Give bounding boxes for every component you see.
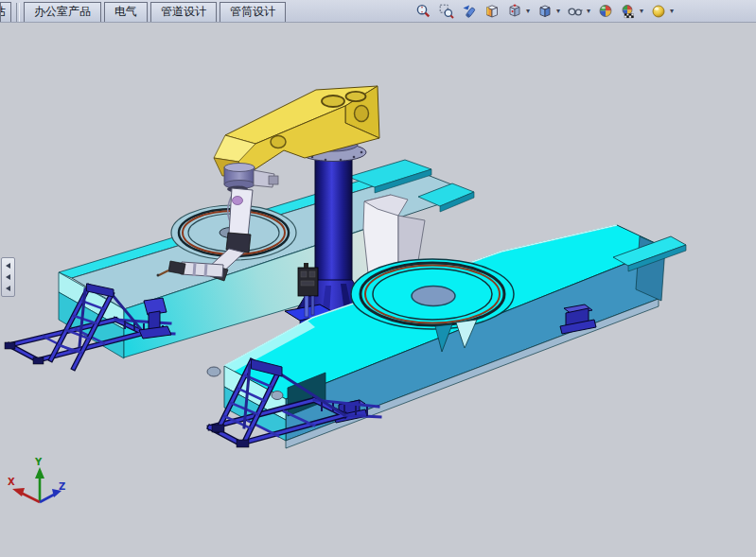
cad-application-window: X Y Z 估 办公室产品 电气 管道设计 管筒设计 <box>0 0 756 557</box>
boom-front-hole[interactable] <box>271 136 286 148</box>
heads-up-view-toolbar: ▾ ▾ ▾ <box>414 1 676 21</box>
axis-y-label: Y <box>34 457 43 467</box>
beam-front-lug-b[interactable] <box>272 392 283 400</box>
boom-top-hole-b[interactable] <box>346 92 366 101</box>
display-style-icon[interactable] <box>536 2 554 21</box>
arm-upper-segment[interactable] <box>229 188 253 236</box>
zoom-to-area-icon[interactable] <box>437 2 456 21</box>
hide-show-items-icon[interactable] <box>566 2 585 21</box>
triangle-left-icon <box>5 262 12 270</box>
previous-view-icon[interactable] <box>460 2 479 21</box>
tab-partial-evaluate[interactable]: 估 <box>0 2 11 22</box>
display-style-dropdown[interactable]: ▾ <box>556 8 560 15</box>
axis-z-label: Z <box>59 481 65 492</box>
zoom-to-fit-icon[interactable] <box>414 2 433 21</box>
axis-x-label: X <box>8 477 15 487</box>
view-orientation-dropdown[interactable]: ▾ <box>526 8 530 15</box>
feature-panel-collapse-handle[interactable] <box>1 257 15 297</box>
tab-office-products[interactable]: 办公室产品 <box>24 2 101 22</box>
tab-separator <box>16 3 20 22</box>
boom-top-hole-a[interactable] <box>322 96 344 107</box>
arm-horizontal-segment[interactable] <box>181 262 223 277</box>
view-settings-icon[interactable] <box>649 2 668 21</box>
view-settings-dropdown[interactable]: ▾ <box>670 8 674 15</box>
triangle-left-icon <box>5 285 12 292</box>
section-view-icon[interactable] <box>483 2 501 21</box>
column-body[interactable] <box>315 151 352 284</box>
view-orientation-icon[interactable] <box>505 2 524 21</box>
triangle-left-icon <box>5 273 12 281</box>
hide-show-items-dropdown[interactable]: ▾ <box>587 8 590 15</box>
tab-electrical[interactable]: 电气 <box>104 2 148 22</box>
beam-front-lug-a[interactable] <box>207 367 220 376</box>
beam-front-center-hole[interactable] <box>412 287 455 306</box>
apply-scene-dropdown[interactable]: ▾ <box>640 8 643 15</box>
tab-piping-design[interactable]: 管道设计 <box>150 2 217 22</box>
boom-right-hole[interactable] <box>355 106 369 122</box>
3d-viewport[interactable]: X Y Z <box>0 0 756 557</box>
command-tabs: 估 办公室产品 电气 管道设计 管筒设计 <box>0 0 289 22</box>
apply-scene-icon[interactable] <box>619 2 638 21</box>
tab-tube-design[interactable]: 管筒设计 <box>220 2 286 22</box>
edit-appearance-icon[interactable] <box>596 2 615 21</box>
